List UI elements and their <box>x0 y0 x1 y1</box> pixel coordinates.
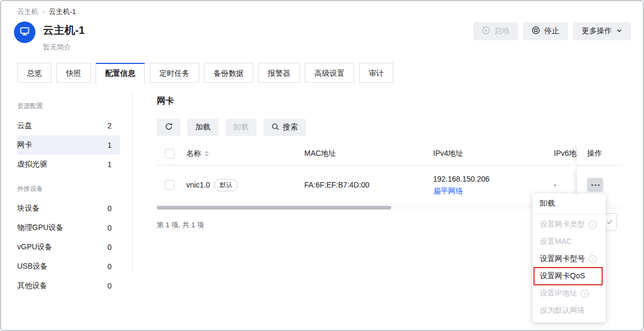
breadcrumb-current: 云主机-1 <box>49 7 76 17</box>
detail-tabs: 总览 快照 配置信息 定时任务 备份数据 报警器 高级设置 审计 <box>17 63 393 85</box>
checkmark-icon <box>606 218 613 227</box>
default-badge: 默认 <box>214 179 238 191</box>
column-header-label: 名称 <box>186 149 201 159</box>
info-icon: i <box>581 290 589 298</box>
page-subtitle: 暂无简介 <box>43 42 85 52</box>
sidebar-item-nic[interactable]: 网卡 1 <box>17 135 120 155</box>
sidebar-item-label: USB设备 <box>17 262 48 271</box>
column-header-ipv6: IPv6地址 <box>546 149 577 159</box>
search-button-label: 搜索 <box>283 123 298 132</box>
menu-item-label: 设置网卡型号 <box>540 254 585 264</box>
menu-item-set-nic-model[interactable]: 设置网卡型号 i <box>532 250 606 268</box>
stop-button-label: 停止 <box>544 26 559 36</box>
sidebar-item-label: 其他设备 <box>17 281 47 291</box>
tab-backup-data[interactable]: 备份数据 <box>204 63 253 83</box>
vm-detail-page: 云主机 › 云主机-1 云主机-1 暂无简介 启动 停止 <box>0 0 644 331</box>
attach-button[interactable]: 加载 <box>187 119 218 136</box>
tab-snapshot[interactable]: 快照 <box>56 63 91 83</box>
row-actions-button[interactable] <box>587 178 603 192</box>
sidebar-item-count: 2 <box>107 121 112 130</box>
ellipsis-icon <box>591 184 593 186</box>
sidebar-item-count: 1 <box>107 160 112 169</box>
row-checkbox[interactable] <box>165 180 174 190</box>
tab-overview[interactable]: 总览 <box>17 63 52 83</box>
info-icon: i <box>589 255 597 263</box>
stop-circle-icon <box>532 26 540 36</box>
table-header: 名称 MAC地址 IPv4地址 IPv6地址 操作 <box>157 142 624 166</box>
sidebar-item-count: 0 <box>107 243 112 251</box>
row-actions-menu: 卸载 设置网卡类型 i 设置MAC 设置网卡型号 i 设置网卡QoS 设置IP地… <box>532 193 606 322</box>
nic-name: vnic1.0 <box>186 181 210 189</box>
stop-button[interactable]: 停止 <box>523 22 568 40</box>
monitor-icon <box>19 26 30 39</box>
breadcrumb: 云主机 › 云主机-1 <box>17 7 76 17</box>
sidebar-section-resource-config: 资源配置 <box>17 96 120 116</box>
sidebar-item-vgpu[interactable]: vGPU设备 0 <box>17 238 120 257</box>
sidebar-item-label: vGPU设备 <box>17 242 52 252</box>
play-circle-icon <box>482 26 490 36</box>
menu-item-set-nic-type[interactable]: 设置网卡类型 i <box>532 216 606 233</box>
nic-mac: FA:6F:EF:B7:4D:00 <box>296 181 425 189</box>
menu-item-set-ip-address[interactable]: 设置IP地址 i <box>532 285 606 302</box>
panel-title: 网卡 <box>157 96 624 107</box>
sidebar-item-label: 网卡 <box>17 140 32 150</box>
select-all-checkbox[interactable] <box>165 149 174 159</box>
nic-toolbar: 加载 卸载 搜索 <box>157 119 624 136</box>
column-header-name[interactable]: 名称 <box>178 149 296 159</box>
column-header-actions: 操作 <box>577 142 624 165</box>
sidebar-item-count: 1 <box>107 141 112 149</box>
sidebar-item-count: 0 <box>107 282 112 290</box>
sidebar-item-physical-gpu[interactable]: 物理GPU设备 0 <box>17 218 120 238</box>
page-title: 云主机-1 <box>43 23 85 38</box>
menu-item-set-mac[interactable]: 设置MAC <box>532 233 606 250</box>
menu-item-label: 设置网卡QoS <box>540 271 585 281</box>
scrollbar-thumb[interactable] <box>157 206 391 210</box>
menu-item-label: 设置网卡类型 <box>540 220 585 229</box>
start-button[interactable]: 启动 <box>473 22 518 40</box>
sidebar-item-virtual-cdrom[interactable]: 虚拟光驱 1 <box>17 155 120 174</box>
sidebar-divider <box>132 93 133 272</box>
sidebar-item-count: 0 <box>107 204 112 213</box>
menu-item-set-default-network[interactable]: 设为默认网络 <box>532 302 606 319</box>
sidebar-item-label: 云盘 <box>17 121 32 131</box>
tab-config-info[interactable]: 配置信息 <box>96 63 145 85</box>
sidebar-item-count: 0 <box>107 262 112 271</box>
breadcrumb-parent[interactable]: 云主机 <box>17 7 38 17</box>
nic-ipv4: 192.168.150.206 <box>433 173 546 185</box>
tab-audit[interactable]: 审计 <box>359 63 393 83</box>
sort-icon[interactable] <box>204 150 209 157</box>
sidebar-item-label: 虚拟光驱 <box>17 160 47 169</box>
sidebar-item-usb[interactable]: USB设备 0 <box>17 257 120 276</box>
refresh-icon <box>165 123 173 132</box>
tab-advanced-settings[interactable]: 高级设置 <box>305 63 354 83</box>
sidebar-item-cloud-disk[interactable]: 云盘 2 <box>17 116 120 135</box>
page-header: 云主机-1 暂无简介 <box>14 21 85 52</box>
info-icon: i <box>589 221 597 229</box>
tab-alarms[interactable]: 报警器 <box>258 63 300 83</box>
column-header-ipv4: IPv4地址 <box>425 149 546 159</box>
more-actions-label: 更多操作 <box>582 26 612 36</box>
menu-item-detach[interactable]: 卸载 <box>532 193 606 214</box>
refresh-button[interactable] <box>157 119 180 136</box>
sidebar-item-block-device[interactable]: 块设备 0 <box>17 199 120 218</box>
sidebar-item-label: 物理GPU设备 <box>17 223 63 233</box>
chevron-down-icon <box>616 27 623 35</box>
detach-button[interactable]: 卸载 <box>225 119 257 136</box>
tab-scheduled-tasks[interactable]: 定时任务 <box>150 63 199 83</box>
menu-item-set-nic-qos[interactable]: 设置网卡QoS <box>532 268 606 285</box>
sidebar-item-label: 块设备 <box>17 204 40 213</box>
network-link[interactable]: 扁平网络 <box>433 185 546 197</box>
column-header-mac: MAC地址 <box>296 149 425 159</box>
breadcrumb-separator: › <box>42 8 45 16</box>
search-icon <box>272 123 279 132</box>
search-button[interactable]: 搜索 <box>264 119 306 136</box>
sidebar-section-external-devices: 外接设备 <box>17 178 120 199</box>
menu-item-label: 设置MAC <box>540 237 572 247</box>
more-actions-button[interactable]: 更多操作 <box>573 22 631 40</box>
header-actions: 启动 停止 更多操作 <box>473 22 631 40</box>
nic-ipv6: - <box>546 181 577 189</box>
menu-item-label: 设为默认网络 <box>540 306 585 315</box>
sidebar-item-other-devices[interactable]: 其他设备 0 <box>17 276 120 296</box>
start-button-label: 启动 <box>494 26 509 36</box>
sidebar-item-count: 0 <box>107 224 112 232</box>
